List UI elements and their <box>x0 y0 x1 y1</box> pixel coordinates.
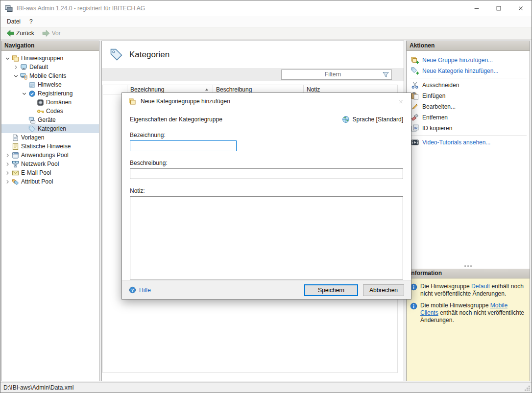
language-selector[interactable]: Sprache [Standard] <box>342 116 403 123</box>
id-copy-icon: ID <box>411 124 419 132</box>
mobile-clients-icon <box>20 72 27 80</box>
minimize-button[interactable] <box>465 1 487 16</box>
action-entfernen[interactable]: Entfernen <box>407 112 530 123</box>
expander-spacer <box>21 82 27 88</box>
tree-item-attribut-pool[interactable]: Attribut Pool <box>1 177 99 186</box>
tree-item-label: Vorlagen <box>21 133 44 142</box>
filter-input[interactable] <box>284 70 382 79</box>
help-icon: ? <box>129 286 136 294</box>
maximize-button[interactable] <box>487 1 509 16</box>
app-window: IBI-aws Admin 1.24.0 - registriert für I… <box>0 0 532 393</box>
chevron-right-icon[interactable] <box>4 152 11 159</box>
close-button[interactable] <box>509 1 532 16</box>
registrierung-icon <box>28 90 36 97</box>
main-header: Kategorien <box>102 41 404 68</box>
forward-button[interactable]: Vor <box>39 28 64 38</box>
tree-item-codes[interactable]: Codes <box>1 107 99 116</box>
dialog-close-button[interactable] <box>390 93 411 110</box>
tree-item-registrierung[interactable]: Registrierung <box>1 89 99 98</box>
edit-icon <box>411 103 419 111</box>
information-header: Information <box>407 269 530 278</box>
menu-item-help[interactable]: ? <box>25 16 37 27</box>
expander-spacer <box>29 108 36 115</box>
tree-item-e-mail-pool[interactable]: E-Mail Pool <box>1 168 99 177</box>
action-video-tutorials-ansehen[interactable]: Video-Tutorials ansehen... <box>407 137 530 148</box>
kategorien-page-icon <box>110 48 123 61</box>
tree-item-domänen[interactable]: Domänen <box>1 98 99 107</box>
back-label: Zurück <box>16 30 34 37</box>
help-label: Hilfe <box>139 287 151 294</box>
info-link-default[interactable]: Default <box>471 283 490 290</box>
tree-item-label: Anwendungs Pool <box>21 151 69 160</box>
tree-item-default[interactable]: Default <box>1 63 99 71</box>
page-title: Kategorien <box>129 50 169 60</box>
domaenen-icon <box>37 99 44 106</box>
help-link[interactable]: ? Hilfe <box>129 286 299 294</box>
beschreibung-input[interactable] <box>130 168 403 179</box>
tree-item-mobile-clients[interactable]: Mobile Clients <box>1 71 99 80</box>
tree-item-label: Hinweisgruppen <box>21 54 63 63</box>
kategorien-icon <box>28 125 36 133</box>
chevron-right-icon[interactable] <box>13 64 19 70</box>
action-neue-kategorie-hinzufügen[interactable]: Neue Kategorie hinzufügen... <box>407 66 530 76</box>
new-group-dialog-icon <box>128 97 136 105</box>
tree-item-hinweise[interactable]: Hinweise <box>1 80 99 89</box>
info-text: Die Hinweisgruppe Default enthält noch n… <box>420 283 526 298</box>
chevron-down-icon[interactable] <box>4 55 11 62</box>
menu-item-datei[interactable]: Datei <box>2 16 25 27</box>
svg-text:?: ? <box>131 288 134 293</box>
cut-icon <box>411 81 419 89</box>
tree-item-kategorien[interactable]: Kategorien <box>1 124 99 133</box>
right-panel: Aktionen Neue Gruppe hinzufügen... Neue … <box>406 41 530 381</box>
forward-label: Vor <box>52 30 61 37</box>
tree-item-label: Domänen <box>46 98 72 107</box>
chevron-down-icon[interactable] <box>13 73 19 79</box>
tree-item-geräte[interactable]: Geräte <box>1 116 99 124</box>
expander-spacer <box>21 117 27 123</box>
tree-item-label: Kategorien <box>38 124 66 133</box>
chevron-right-icon[interactable] <box>4 170 11 176</box>
action-ausschneiden[interactable]: Ausschneiden <box>407 80 530 91</box>
status-path: D:\IBI-aws\Admin\Data.xml <box>3 384 73 391</box>
notiz-textarea[interactable] <box>130 196 403 279</box>
expander-spacer <box>4 143 11 150</box>
minimize-icon <box>473 5 480 12</box>
filter-icon[interactable] <box>382 71 389 78</box>
dialog-section-label: Eigenschaften der Kategoriegruppe <box>130 116 222 123</box>
close-icon <box>517 5 524 12</box>
action-bearbeiten[interactable]: Bearbeiten... <box>407 101 530 112</box>
statusbar: D:\IBI-aws\Admin\Data.xml <box>0 382 532 393</box>
action-id-kopieren[interactable]: ID ID kopieren <box>407 123 530 134</box>
tree-item-label: E-Mail Pool <box>21 168 51 177</box>
splitter-grip[interactable] <box>407 263 530 269</box>
action-einfügen[interactable]: Einfügen <box>407 91 530 101</box>
language-label: Sprache [Standard] <box>353 116 403 123</box>
action-neue-gruppe-hinzufügen[interactable]: Neue Gruppe hinzufügen... <box>407 55 530 66</box>
navigation-panel: Navigation Hinweisgruppen Default Mobile… <box>1 41 99 381</box>
tree-item-netzwerk-pool[interactable]: Netzwerk Pool <box>1 160 99 168</box>
save-button[interactable]: Speichern <box>304 284 358 296</box>
new-group-icon <box>411 56 419 64</box>
back-button[interactable]: Zurück <box>3 28 37 38</box>
info-icon <box>410 302 417 310</box>
chevron-right-icon[interactable] <box>4 179 11 185</box>
attribut-pool-icon <box>12 178 19 185</box>
cancel-button[interactable]: Abbrechen <box>363 284 404 296</box>
tree-item-vorlagen[interactable]: Vorlagen <box>1 133 99 142</box>
tree-item-label: Hinweise <box>38 80 62 89</box>
tree-item-hinweisgruppen[interactable]: Hinweisgruppen <box>1 54 99 63</box>
remove-icon <box>411 114 419 121</box>
chevron-right-icon[interactable] <box>4 161 11 167</box>
tree-item-statische-hinweise[interactable]: Statische Hinweise <box>1 142 99 151</box>
notiz-label: Notiz: <box>130 187 403 194</box>
new-category-icon <box>411 67 419 75</box>
chevron-down-icon[interactable] <box>21 91 27 97</box>
tree-item-label: Codes <box>46 107 63 116</box>
titlebar[interactable]: IBI-aws Admin 1.24.0 - registriert für I… <box>0 0 532 16</box>
bezeichnung-input[interactable] <box>130 140 237 151</box>
paste-icon <box>411 92 419 100</box>
filter-box <box>281 69 392 80</box>
dialog-titlebar[interactable]: Neue Kategoriegruppe hinzufügen <box>122 93 411 110</box>
resize-grip[interactable] <box>524 385 531 392</box>
tree-item-anwendungs-pool[interactable]: Anwendungs Pool <box>1 151 99 160</box>
